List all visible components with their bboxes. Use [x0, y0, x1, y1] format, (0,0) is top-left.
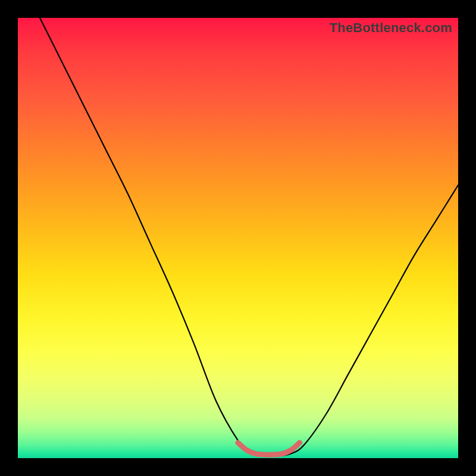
chart-frame: TheBottleneck.com	[0, 0, 476, 476]
optimal-band-line	[238, 443, 300, 455]
curve-layer	[18, 18, 458, 458]
plot-area: TheBottleneck.com	[18, 18, 458, 458]
bottleneck-curve-line	[40, 18, 458, 456]
